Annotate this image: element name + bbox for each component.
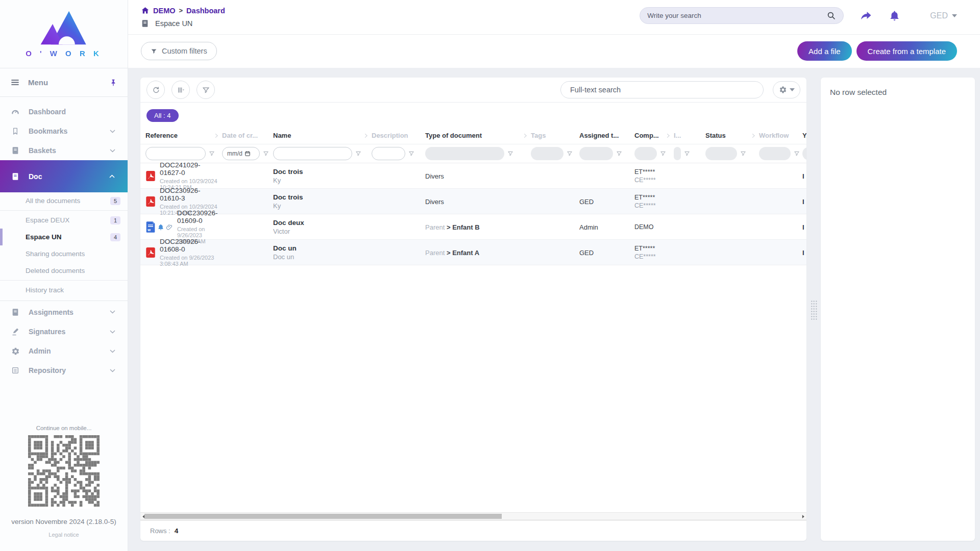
document-name: Doc trois bbox=[273, 193, 368, 201]
pin-icon[interactable] bbox=[109, 79, 117, 87]
filter-cell-y bbox=[802, 147, 806, 160]
gear-icon bbox=[10, 347, 20, 356]
document-reference: DOC230926-01610-3 bbox=[160, 187, 218, 202]
table-settings-button[interactable] bbox=[773, 81, 800, 98]
filter-input-description[interactable] bbox=[372, 147, 405, 160]
funnel-icon[interactable] bbox=[616, 151, 622, 157]
share-icon[interactable] bbox=[860, 10, 872, 22]
column-header-workflow[interactable]: Workflow bbox=[759, 132, 802, 139]
sort-icon[interactable] bbox=[363, 133, 369, 138]
funnel-icon[interactable] bbox=[567, 151, 573, 157]
funnel-icon[interactable] bbox=[794, 151, 800, 157]
type-value: Divers bbox=[425, 198, 444, 206]
column-header-y[interactable]: Y... bbox=[802, 132, 806, 139]
column-header-type-of-document[interactable]: Type of document bbox=[425, 132, 531, 139]
assigned-cell: Admin bbox=[579, 222, 634, 232]
company-line2: CE***** bbox=[634, 202, 670, 209]
date-filter-input[interactable]: mm/d bbox=[222, 147, 260, 160]
horizontal-scrollbar[interactable] bbox=[140, 512, 806, 520]
sidebar-item-repository[interactable]: Repository bbox=[0, 361, 128, 380]
refresh-button[interactable] bbox=[146, 81, 165, 99]
column-header-name[interactable]: Name bbox=[273, 132, 372, 139]
user-menu-label: GED bbox=[930, 11, 948, 20]
global-search[interactable] bbox=[640, 7, 844, 24]
sidebar-item-history-track[interactable]: History track bbox=[0, 282, 128, 298]
signature-icon bbox=[10, 328, 20, 336]
filter-input-name[interactable] bbox=[273, 147, 352, 160]
filter-input-reference[interactable] bbox=[145, 147, 206, 160]
sidebar-item-bookmarks[interactable]: Bookmarks bbox=[0, 121, 128, 141]
search-icon[interactable] bbox=[826, 11, 836, 20]
table-header-row: ReferenceDate of cr...NameDescriptionTyp… bbox=[140, 127, 806, 144]
table-row[interactable]: wDOC230926-01609-0Created on 9/26/2023 3… bbox=[140, 214, 806, 240]
sort-icon[interactable] bbox=[523, 133, 528, 138]
name-cell: Doc troisKy bbox=[273, 193, 372, 210]
custom-filters-button[interactable]: Custom filters bbox=[141, 42, 217, 60]
legal-notice-link[interactable]: Legal notice bbox=[0, 532, 128, 538]
sidebar-item-deleted-documents[interactable]: Deleted documents bbox=[0, 262, 128, 279]
scroll-right-icon[interactable] bbox=[801, 514, 805, 519]
sidebar-item-espace-un[interactable]: Espace UN4 bbox=[0, 229, 128, 245]
brand-wordmark: O ' W O R K bbox=[26, 49, 102, 58]
column-header-tags[interactable]: Tags bbox=[531, 132, 579, 139]
y-cell: I bbox=[802, 197, 806, 206]
qr-code bbox=[28, 435, 100, 509]
table-empty-space bbox=[140, 265, 806, 512]
funnel-icon[interactable] bbox=[660, 151, 666, 157]
column-header-status[interactable]: Status bbox=[705, 132, 759, 139]
breadcrumb-root[interactable]: DEMO bbox=[153, 7, 176, 15]
funnel-icon[interactable] bbox=[507, 151, 513, 157]
sidebar-item-dashboard[interactable]: Dashboard bbox=[0, 102, 128, 121]
reference-cell: DOC241029-01627-0Created on 10/29/2024 1… bbox=[145, 161, 222, 190]
type-value: > Enfant A bbox=[447, 249, 479, 257]
home-icon[interactable] bbox=[141, 6, 150, 15]
all-count-chip[interactable]: All : 4 bbox=[146, 109, 179, 122]
funnel-icon[interactable] bbox=[684, 151, 690, 157]
sidebar-item-assignments[interactable]: Assignments bbox=[0, 300, 128, 322]
add-file-button[interactable]: Add a file bbox=[797, 41, 852, 61]
filter-button[interactable] bbox=[197, 81, 215, 99]
user-menu[interactable]: GED bbox=[930, 11, 957, 20]
column-header-reference[interactable]: Reference bbox=[145, 132, 222, 139]
sidebar-item-all-the-documents[interactable]: All the documents5 bbox=[0, 192, 128, 209]
sidebar-item-doc[interactable]: Doc bbox=[0, 160, 128, 192]
column-header-description[interactable]: Description bbox=[372, 132, 425, 139]
sidebar-item-signatures[interactable]: Signatures bbox=[0, 322, 128, 341]
funnel-icon[interactable] bbox=[408, 151, 414, 157]
document-name: Doc deux bbox=[273, 219, 368, 227]
create-from-template-button[interactable]: Create from a template bbox=[856, 41, 957, 61]
sidebar-item-label: Signatures bbox=[29, 328, 65, 336]
scrollbar-thumb[interactable] bbox=[144, 514, 502, 519]
funnel-icon[interactable] bbox=[209, 151, 215, 157]
table-row[interactable]: DOC230926-01608-0Created on 9/26/2023 3:… bbox=[140, 240, 806, 265]
sort-icon[interactable] bbox=[751, 133, 756, 138]
type-cell: Divers bbox=[425, 171, 531, 181]
file-icons bbox=[145, 246, 156, 259]
bell-icon[interactable] bbox=[889, 10, 900, 21]
table-row[interactable]: DOC230926-01610-3Created on 10/29/2024 1… bbox=[140, 189, 806, 214]
date-placeholder: mm/d bbox=[227, 150, 242, 157]
column-header-i[interactable]: I... bbox=[674, 132, 705, 139]
column-header-assigned-t[interactable]: Assigned t... bbox=[579, 132, 634, 139]
sort-icon[interactable] bbox=[666, 133, 671, 138]
sort-icon[interactable] bbox=[214, 133, 219, 138]
sidebar-item-espace-deux[interactable]: Espace DEUX1 bbox=[0, 212, 128, 229]
breadcrumb-current[interactable]: Dashboard bbox=[186, 7, 225, 15]
company-line1: ET***** bbox=[634, 245, 670, 252]
topbar-right: GED bbox=[640, 7, 957, 24]
funnel-icon[interactable] bbox=[740, 151, 746, 157]
sidebar-item-sharing-documents[interactable]: Sharing documents bbox=[0, 245, 128, 262]
company-line2: CE***** bbox=[634, 253, 670, 260]
fulltext-search-input[interactable] bbox=[560, 81, 764, 98]
columns-button[interactable] bbox=[172, 81, 190, 99]
sidebar-item-admin[interactable]: Admin bbox=[0, 341, 128, 361]
global-search-input[interactable] bbox=[647, 12, 826, 19]
sidebar-item-baskets[interactable]: Baskets bbox=[0, 141, 128, 160]
column-header-comp[interactable]: Comp... bbox=[634, 132, 674, 139]
table-row[interactable]: DOC241029-01627-0Created on 10/29/2024 1… bbox=[140, 163, 806, 189]
column-header-date-of-cr[interactable]: Date of cr... bbox=[222, 132, 273, 139]
sidebar-menu-toggle[interactable]: Menu bbox=[0, 68, 128, 97]
panel-resize-handle[interactable] bbox=[811, 300, 817, 320]
funnel-icon[interactable] bbox=[263, 151, 269, 157]
funnel-icon[interactable] bbox=[355, 151, 361, 157]
